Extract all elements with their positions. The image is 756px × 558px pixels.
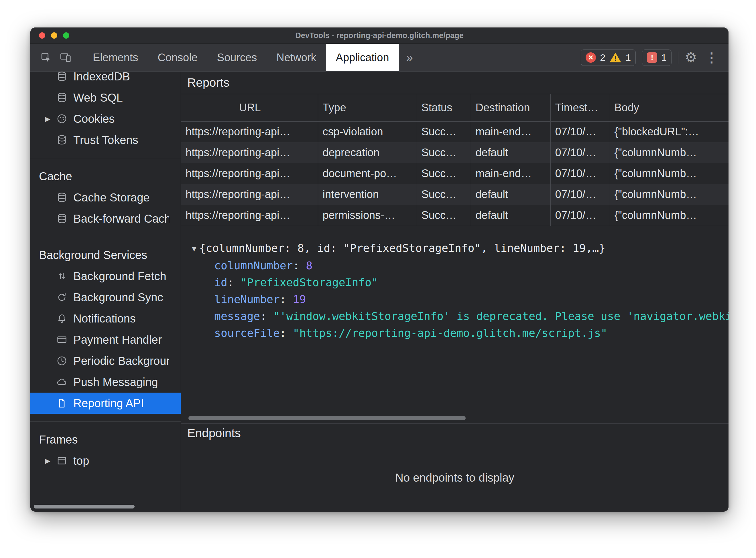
sidebar-section-background-services: Background Services — [30, 244, 181, 265]
sidebar-item-cache-storage[interactable]: Cache Storage — [30, 187, 181, 208]
sidebar-item-label: Background Fetch — [73, 270, 169, 283]
background-fetch-icon — [56, 271, 68, 282]
minimize-window-button[interactable] — [51, 32, 57, 39]
toolbar-separator — [678, 51, 678, 64]
cell-status: Succ… — [417, 184, 471, 205]
reports-horizontal-scrollbar[interactable] — [189, 416, 466, 421]
cell-url: https://reporting-api… — [181, 163, 318, 184]
sidebar-item-reporting-api[interactable]: Reporting API — [30, 392, 181, 414]
sidebar-item-back-forward-cache[interactable]: Back-forward Cache — [30, 208, 181, 229]
reporting-api-panel: Reports URL Type Status Destination Time… — [181, 72, 729, 511]
sidebar-item-label: top — [73, 454, 169, 467]
devtools-toolbar: Elements Console Sources Network Applica… — [30, 44, 729, 72]
cell-timestamp: 07/10/… — [551, 142, 610, 163]
sidebar-item-push-messaging[interactable]: Push Messaging — [30, 372, 181, 392]
cell-body: {"columnNumb… — [610, 184, 729, 205]
cell-body: {"columnNumb… — [610, 163, 729, 184]
zoom-window-button[interactable] — [63, 32, 69, 39]
sidebar-item-web-sql[interactable]: Web SQL — [30, 87, 181, 108]
device-toolbar-button[interactable] — [57, 49, 74, 67]
sidebar-item-label: Payment Handler — [73, 333, 169, 346]
close-window-button[interactable] — [39, 32, 45, 39]
tab-sources[interactable]: Sources — [207, 44, 267, 71]
json-key: message — [214, 310, 260, 323]
cell-destination: main-end… — [471, 163, 551, 184]
window-title: DevTools - reporting-api-demo.glitch.me/… — [295, 31, 464, 40]
sidebar-item-label: Cookies — [73, 112, 169, 125]
report-row-document-policy[interactable]: https://reporting-api… document-po… Succ… — [181, 163, 729, 184]
json-value: "PrefixedStorageInfo" — [241, 276, 378, 289]
column-header-body[interactable]: Body — [610, 94, 729, 121]
settings-button[interactable]: ⚙ — [685, 51, 697, 65]
endpoints-empty-message: No endpoints to display — [395, 471, 514, 484]
cell-destination: default — [471, 205, 551, 226]
tab-console[interactable]: Console — [148, 44, 207, 71]
bell-icon — [56, 313, 68, 324]
json-property: sourceFile: "https://reporting-api-demo.… — [192, 325, 729, 342]
warning-icon: ! — [609, 52, 621, 63]
column-header-type[interactable]: Type — [318, 94, 417, 121]
json-key: lineNumber — [214, 293, 280, 306]
report-row-permissions-policy[interactable]: https://reporting-api… permissions-… Suc… — [181, 205, 729, 226]
sidebar-item-label: IndexedDB — [73, 72, 169, 83]
error-icon: ✕ — [586, 52, 596, 63]
json-key: id — [214, 276, 227, 289]
more-tabs-button[interactable]: » — [399, 44, 420, 71]
cell-url: https://reporting-api… — [181, 142, 318, 163]
sidebar-item-label: Notifications — [73, 312, 169, 325]
sidebar-item-label: Cache Storage — [73, 191, 169, 204]
column-header-timestamp[interactable]: Timest… — [551, 94, 610, 121]
cell-status: Succ… — [417, 163, 471, 184]
devtools-window: DevTools - reporting-api-demo.glitch.me/… — [30, 27, 729, 512]
endpoints-empty-state: No endpoints to display — [181, 443, 729, 511]
devtools-menu-button[interactable]: ⋮ — [703, 51, 720, 64]
cell-destination: default — [471, 184, 551, 205]
sidebar-item-trust-tokens[interactable]: Trust Tokens — [30, 129, 181, 151]
json-value: "'window.webkitStorageInfo' is deprecate… — [273, 310, 729, 323]
issues-badge[interactable]: ! 1 — [642, 50, 672, 66]
sidebar-item-background-sync[interactable]: Background Sync — [30, 287, 181, 308]
inspect-element-button[interactable] — [38, 49, 54, 67]
sidebar-item-label: Background Sync — [73, 291, 169, 304]
reports-table-header-row: URL Type Status Destination Timest… Body — [181, 94, 729, 121]
sidebar-item-payment-handler[interactable]: Payment Handler — [30, 329, 181, 350]
cell-timestamp: 07/10/… — [551, 163, 610, 184]
report-row-deprecation[interactable]: https://reporting-api… deprecation Succ…… — [181, 142, 729, 163]
sidebar-item-background-fetch[interactable]: Background Fetch — [30, 265, 181, 287]
tab-elements[interactable]: Elements — [83, 44, 148, 71]
issues-icon: ! — [647, 52, 657, 63]
cell-destination: default — [471, 142, 551, 163]
report-row-csp-violation[interactable]: https://reporting-api… csp-violation Suc… — [181, 121, 729, 142]
disclosure-triangle-icon[interactable]: ▶ — [45, 457, 50, 465]
json-preview-text: {columnNumber: 8, id: "PrefixedStorageIn… — [199, 242, 605, 254]
sidebar-item-top-frame[interactable]: ▶ top — [30, 450, 181, 471]
expanded-triangle-icon[interactable]: ▼ — [192, 240, 196, 257]
sidebar-section-divider — [30, 421, 181, 422]
error-count: 2 — [600, 52, 605, 63]
column-header-destination[interactable]: Destination — [471, 94, 551, 121]
column-header-status[interactable]: Status — [417, 94, 471, 121]
sidebar-item-periodic-background-sync[interactable]: Periodic Background Sync — [30, 350, 181, 372]
sidebar-item-indexeddb[interactable]: IndexedDB — [30, 72, 181, 87]
document-icon — [56, 398, 68, 409]
reports-table: URL Type Status Destination Timest… Body… — [181, 94, 729, 226]
database-icon — [56, 134, 68, 146]
sidebar-item-cookies[interactable]: ▶ Cookies — [30, 108, 181, 129]
sidebar-item-notifications[interactable]: Notifications — [30, 308, 181, 329]
device-toolbar-icon — [59, 51, 72, 64]
sidebar-item-label: Reporting API — [73, 397, 169, 410]
cookie-icon — [56, 113, 68, 125]
column-header-url[interactable]: URL — [181, 94, 318, 121]
console-status-badge[interactable]: ✕ 2 ! 1 — [581, 50, 636, 66]
warning-count: 1 — [626, 52, 631, 63]
sidebar-horizontal-scrollbar[interactable] — [34, 505, 135, 508]
database-icon — [56, 92, 68, 103]
tab-network[interactable]: Network — [267, 44, 326, 71]
cell-status: Succ… — [417, 142, 471, 163]
report-row-intervention[interactable]: https://reporting-api… intervention Succ… — [181, 184, 729, 205]
cell-timestamp: 07/10/… — [551, 121, 610, 142]
disclosure-triangle-icon[interactable]: ▶ — [45, 115, 50, 123]
sidebar-item-label: Back-forward Cache — [73, 212, 169, 225]
tab-application[interactable]: Application — [326, 44, 399, 71]
clock-icon — [56, 355, 68, 366]
